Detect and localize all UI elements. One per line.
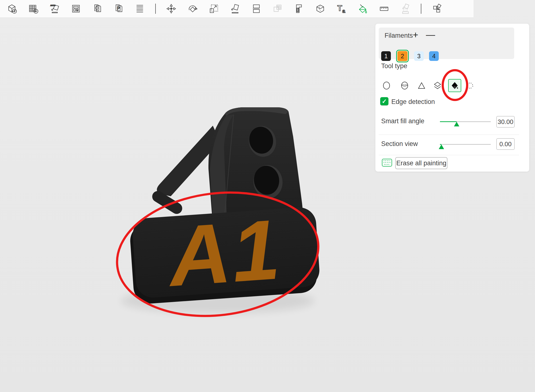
auto-orient-icon: AUTO <box>49 3 60 14</box>
support-painting-icon <box>400 3 411 14</box>
add-plate-icon <box>28 3 39 14</box>
add-object-button[interactable] <box>6 3 18 15</box>
add-filament-button[interactable]: + <box>410 29 421 40</box>
sphere-tool-icon <box>400 80 410 91</box>
model-label-text: A1 <box>163 201 284 304</box>
triangle-tool-icon <box>416 80 427 91</box>
add-object-icon <box>7 3 18 14</box>
circle-tool-icon <box>381 80 392 91</box>
measure-button[interactable] <box>378 3 390 15</box>
filament-chip-3[interactable]: 3 <box>414 51 424 61</box>
triangle-tool-button[interactable] <box>416 80 427 91</box>
scale-icon <box>208 3 219 14</box>
rotate-icon <box>187 3 198 14</box>
height-range-tool-icon <box>432 80 443 91</box>
support-painting-button[interactable] <box>400 3 411 15</box>
svg-text:a: a <box>342 8 345 14</box>
color-painting-icon <box>357 3 368 14</box>
gap-fill-tool-icon <box>465 80 475 91</box>
smart-fill-angle-label: Smart fill angle <box>381 117 424 125</box>
object-list-button[interactable] <box>134 3 146 15</box>
arrange-button[interactable] <box>70 3 82 15</box>
variable-layer-height-button[interactable] <box>293 3 305 15</box>
remove-filament-button[interactable]: — <box>425 29 436 40</box>
keyboard-shortcut-icon <box>382 159 392 167</box>
svg-text:P: P <box>117 6 120 11</box>
divider-2 <box>379 155 519 155</box>
object-list-icon <box>134 3 145 14</box>
section-view-label: Section view <box>381 140 418 148</box>
plate-setting-p-button[interactable]: P <box>113 3 124 15</box>
filament-chip-4[interactable]: 4 <box>429 51 439 61</box>
section-view-valuebox <box>496 138 515 150</box>
sphere-tool-button[interactable] <box>400 80 410 91</box>
assembly-button[interactable] <box>431 3 443 15</box>
section-view-slider-thumb[interactable] <box>439 145 444 149</box>
lay-on-face-icon <box>230 3 241 14</box>
mesh-boolean-button[interactable] <box>272 3 283 15</box>
arrange-icon <box>70 3 82 14</box>
edge-detection-checkbox[interactable]: ✓ <box>380 97 388 105</box>
toolbar-separator-1 <box>155 4 156 14</box>
main-toolbar: AUTO P <box>0 0 474 17</box>
filaments-section: Filaments + — 1 2 3 4 <box>379 28 514 59</box>
move-button[interactable] <box>165 3 177 15</box>
measure-icon <box>379 3 390 14</box>
variable-layer-height-icon <box>293 3 305 14</box>
text-tool-button[interactable]: T a <box>336 3 347 15</box>
filament-chips: 1 2 3 4 <box>381 50 444 62</box>
color-painting-panel: Filaments + — 1 2 3 4 Tool type <box>375 24 529 172</box>
circle-tool-button[interactable] <box>381 80 392 91</box>
gap-fill-tool-button[interactable] <box>465 80 475 91</box>
color-painting-button[interactable] <box>357 3 369 15</box>
height-range-tool-button[interactable] <box>432 80 443 91</box>
lay-on-face-button[interactable] <box>229 3 241 15</box>
svg-text:T: T <box>337 4 342 13</box>
cut-icon <box>251 3 262 14</box>
tool-type-label: Tool type <box>381 62 407 70</box>
fill-tool-icon <box>450 81 460 90</box>
filament-chip-1[interactable]: 1 <box>381 51 391 61</box>
erase-all-painting-button[interactable]: Erase all painting <box>395 157 447 169</box>
smart-fill-angle-input[interactable] <box>497 116 514 127</box>
filaments-title: Filaments <box>385 32 413 39</box>
edge-detection-label: Edge detection <box>391 98 435 106</box>
smart-fill-angle-slider[interactable] <box>440 121 491 122</box>
section-view-slider[interactable] <box>440 144 491 145</box>
add-plate-button[interactable] <box>28 3 39 15</box>
toolbar-separator-2 <box>421 4 421 14</box>
filament-chip-2[interactable]: 2 <box>397 51 408 61</box>
plate-setting-0-button[interactable] <box>91 3 103 15</box>
filament-chip-2-selected-ring: 2 <box>396 50 409 62</box>
section-view-input[interactable] <box>497 139 514 149</box>
section-cube-button[interactable] <box>314 3 326 15</box>
tool-type-row <box>375 79 529 92</box>
section-cube-icon <box>315 3 326 14</box>
move-icon <box>166 3 177 14</box>
plate-setting-0-icon <box>92 3 103 14</box>
rotate-button[interactable] <box>187 3 198 15</box>
plate-setting-p-icon: P <box>113 3 124 14</box>
smart-fill-angle-valuebox <box>496 116 515 128</box>
cut-button[interactable] <box>251 3 262 15</box>
text-tool-icon: T a <box>336 3 347 14</box>
divider-1 <box>379 135 519 135</box>
assembly-icon <box>431 3 442 14</box>
scale-button[interactable] <box>208 3 220 15</box>
mesh-boolean-icon <box>272 3 283 14</box>
fill-tool-button[interactable] <box>448 79 461 92</box>
smart-fill-angle-slider-thumb[interactable] <box>454 122 459 126</box>
auto-orient-button[interactable]: AUTO <box>49 3 60 15</box>
